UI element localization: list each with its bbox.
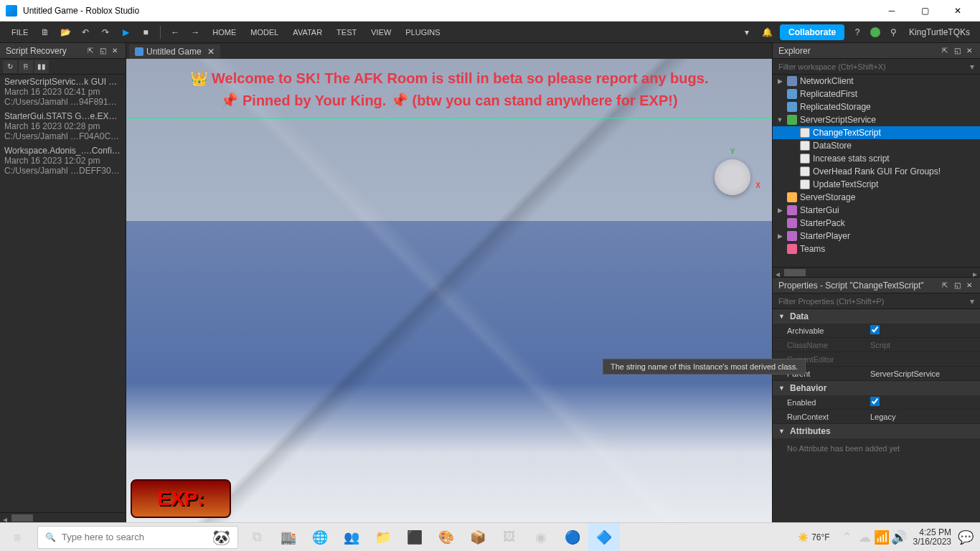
restore-icon[interactable]: ◱ xyxy=(952,281,962,291)
new-file-icon[interactable]: 🗎 xyxy=(37,24,54,41)
tab-avatar[interactable]: AVATAR xyxy=(286,23,329,42)
tree-node[interactable]: ReplicatedFirst xyxy=(773,88,980,100)
status-indicator-icon xyxy=(870,27,880,37)
recover-button-2[interactable]: ⎘ xyxy=(19,60,33,73)
tree-node[interactable]: ServerStorage xyxy=(773,191,980,204)
search-mascot-icon: 🐼 xyxy=(212,529,230,546)
property-row[interactable]: Enabled xyxy=(773,395,980,410)
roblox-studio-icon[interactable]: 🔷 xyxy=(588,523,620,552)
back-icon[interactable]: ← xyxy=(166,24,184,41)
app-icon-2[interactable]: 🎨 xyxy=(430,523,462,552)
hp-icon[interactable]: ◉ xyxy=(525,523,557,552)
search-input[interactable] xyxy=(62,532,212,542)
edge-icon[interactable]: 🌐 xyxy=(304,523,336,552)
app-icon-4[interactable]: 🖼 xyxy=(494,523,525,552)
start-button[interactable]: ⊞ xyxy=(0,523,34,552)
tree-node[interactable]: ChangeTextScript xyxy=(773,126,980,139)
collaborate-button[interactable]: Collaborate xyxy=(780,24,844,40)
tab-view[interactable]: VIEW xyxy=(364,23,398,42)
explorer-hscroll[interactable]: ◂▸ xyxy=(773,267,980,277)
pause-button[interactable]: ▮▮ xyxy=(34,60,49,73)
properties-filter-input[interactable] xyxy=(778,297,970,306)
property-group[interactable]: ▼Data xyxy=(773,309,980,324)
teams-icon[interactable]: 👥 xyxy=(336,523,367,552)
tree-node[interactable]: StarterPack xyxy=(773,217,980,230)
wifi-icon[interactable]: 📶 xyxy=(873,523,890,552)
properties-grid: ▼DataArchivableClassNameScriptCurrentEdi… xyxy=(773,309,980,458)
property-group[interactable]: ▼Behavior xyxy=(773,381,980,395)
recovery-item[interactable]: Workspace.Adonis_….Config.SetMarch 16 20… xyxy=(0,143,126,178)
window-titlebar: Untitled Game - Roblox Studio ─ ▢ ✕ xyxy=(0,0,980,22)
close-tab-icon[interactable]: ✕ xyxy=(207,47,215,57)
forward-icon[interactable]: → xyxy=(187,24,204,41)
app-store-icon[interactable]: 🏬 xyxy=(273,523,304,552)
3d-viewport[interactable]: 👑 Welcome to SK! The AFK Room is still i… xyxy=(126,59,772,522)
tree-node[interactable]: ▶NetworkClient xyxy=(773,75,980,88)
notifications-icon[interactable]: 💬 xyxy=(957,523,974,552)
exp-display: EXP: xyxy=(131,479,231,518)
dropdown-icon[interactable]: ▾ xyxy=(738,24,755,41)
maximize-button[interactable]: ▢ xyxy=(908,0,941,22)
tab-home[interactable]: HOME xyxy=(205,23,243,42)
tab-model[interactable]: MODEL xyxy=(243,23,286,42)
property-row[interactable]: RunContextLegacy xyxy=(773,410,980,424)
property-row[interactable]: ClassNameScript xyxy=(773,338,980,352)
app-icon-3[interactable]: 📦 xyxy=(462,523,494,552)
window-title: Untitled Game - Roblox Studio xyxy=(23,6,875,16)
tree-node[interactable]: UpdateTextScript xyxy=(773,178,980,191)
menu-bar: FILE 🗎 📂 ↶ ↷ ▶ ■ ← → HOME MODEL AVATAR T… xyxy=(0,22,980,43)
tree-node[interactable]: ▶StarterPlayer xyxy=(773,230,980,242)
taskbar-search[interactable]: 🔍 🐼 xyxy=(37,526,238,549)
tray-expand-icon[interactable]: ⌃ xyxy=(839,523,856,552)
weather-widget[interactable]: ☀️ 76°F xyxy=(798,532,829,542)
tab-plugins[interactable]: PLUGINS xyxy=(398,23,447,42)
tree-node[interactable]: Increase stats script xyxy=(773,152,980,165)
tree-node[interactable]: ReplicatedStorage xyxy=(773,100,980,113)
share-icon[interactable]: ⚲ xyxy=(885,24,902,41)
help-icon[interactable]: ? xyxy=(849,24,866,41)
app-icon-1[interactable]: ⬛ xyxy=(399,523,430,552)
undock-icon[interactable]: ⇱ xyxy=(85,46,95,56)
recovery-item[interactable]: StarterGui.STATS G…e.EXP.LocalSMarch 16 … xyxy=(0,109,126,143)
restore-icon[interactable]: ◱ xyxy=(952,46,962,56)
file-menu[interactable]: FILE xyxy=(4,23,35,42)
stop-icon[interactable]: ■ xyxy=(137,24,154,41)
close-panel-icon[interactable]: ✕ xyxy=(964,46,974,56)
tree-node[interactable]: OverHead Rank GUI For Groups! xyxy=(773,165,980,178)
minimize-button[interactable]: ─ xyxy=(875,0,908,22)
property-row[interactable]: Archivable xyxy=(773,324,980,338)
horizontal-scrollbar[interactable]: ◂ xyxy=(0,512,126,522)
tree-node[interactable]: Teams xyxy=(773,242,980,255)
volume-icon[interactable]: 🔊 xyxy=(890,523,908,552)
play-icon[interactable]: ▶ xyxy=(117,24,134,41)
recovery-item[interactable]: ServerScriptServic…k GUI For GroMarch 16… xyxy=(0,75,126,109)
explorer-filter-input[interactable] xyxy=(778,62,970,71)
tree-node[interactable]: DataStore xyxy=(773,139,980,152)
explorer-icon[interactable]: 📁 xyxy=(367,523,399,552)
tree-node[interactable]: ▼ServerScriptService xyxy=(773,113,980,126)
tree-node[interactable]: ▶StarterGui xyxy=(773,204,980,217)
tab-untitled-game[interactable]: Untitled Game ✕ xyxy=(129,44,220,59)
system-clock[interactable]: 4:25 PM 3/16/2023 xyxy=(913,528,951,547)
weather-icon: ☀️ xyxy=(798,532,809,542)
close-panel-icon[interactable]: ✕ xyxy=(110,46,120,56)
chrome-icon[interactable]: 🔵 xyxy=(557,523,588,552)
filter-dropdown-icon[interactable]: ▾ xyxy=(970,62,974,72)
tab-test[interactable]: TEST xyxy=(329,23,364,42)
notification-icon[interactable]: 🔔 xyxy=(758,24,776,41)
close-panel-icon[interactable]: ✕ xyxy=(964,281,974,291)
undo-icon[interactable]: ↶ xyxy=(77,24,94,41)
onedrive-icon[interactable]: ☁ xyxy=(856,523,873,552)
view-gizmo[interactable] xyxy=(715,159,750,195)
undock-icon[interactable]: ⇱ xyxy=(940,281,950,291)
restore-icon[interactable]: ◱ xyxy=(98,46,108,56)
redo-icon[interactable]: ↷ xyxy=(97,24,114,41)
username[interactable]: KingTurtleTQKs xyxy=(909,27,970,37)
open-icon[interactable]: 📂 xyxy=(57,24,74,41)
recover-button[interactable]: ↻ xyxy=(3,60,17,73)
task-view-icon[interactable]: ⧉ xyxy=(241,523,273,552)
property-group[interactable]: ▼Attributes xyxy=(773,424,980,438)
close-button[interactable]: ✕ xyxy=(941,0,974,22)
undock-icon[interactable]: ⇱ xyxy=(940,46,950,56)
filter-dropdown-icon[interactable]: ▾ xyxy=(970,296,974,306)
